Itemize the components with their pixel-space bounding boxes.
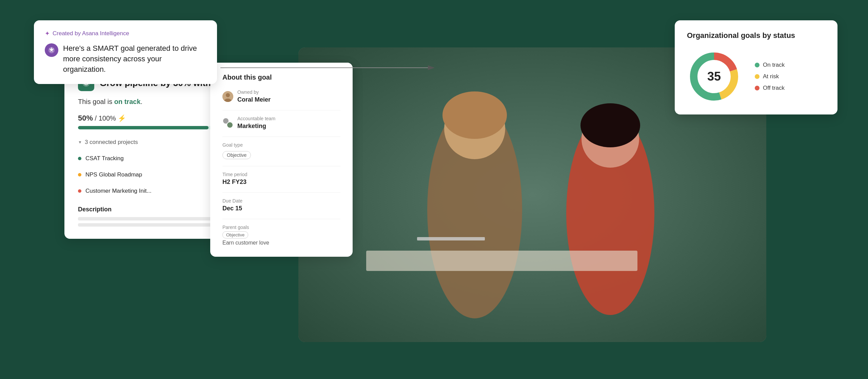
progress-separator: / 100% [95,114,116,122]
time-period-label: Time period [222,172,340,177]
about-divider-1 [222,110,340,110]
svg-point-13 [226,93,230,97]
ai-card-body-text: Here's a SMART goal generated to drive m… [63,43,206,75]
due-date-value: Dec 15 [222,205,340,212]
time-period-section: Time period H2 FY23 [222,172,340,186]
about-divider-5 [222,219,340,219]
legend-label-at-risk: At risk [763,73,779,80]
org-chart-title: Organizational goals by status [687,31,825,40]
parent-goal-name: Earn customer love [222,240,340,246]
goal-status-value: on track [114,98,141,105]
legend-dot-on-track [755,63,760,67]
goal-type-section: Goal type Objective [222,142,340,159]
legend-item-off-track: Off track [755,85,785,91]
ai-icon [45,43,58,57]
legend-dot-off-track [755,86,760,90]
org-chart-card: Organizational goals by status 35 [675,20,837,114]
parent-goals-label: Parent goals [222,225,340,230]
legend-label-on-track: On track [763,62,785,68]
legend-dot-at-risk [755,74,760,79]
goal-status-prefix: This goal is [78,98,114,105]
project-dot-2 [78,173,81,176]
legend-label-off-track: Off track [763,85,785,91]
about-panel: About this goal Owned by Coral Meier [210,63,353,257]
accountable-team-section: Accountable team Marketing [222,116,340,130]
accountable-team-info: Accountable team Marketing [237,116,275,130]
goal-type-label: Goal type [222,142,340,148]
owned-by-row: Owned by Coral Meier [222,89,340,103]
ai-card-body: Here's a SMART goal generated to drive m… [45,43,206,75]
ai-card-header: ✦ Created by Asana Intelligence [45,30,206,37]
due-date-section: Due Date Dec 15 [222,198,340,212]
team-avatar-2 [226,122,233,128]
ai-card: ✦ Created by Asana Intelligence Here's a… [34,20,217,84]
svg-point-22 [580,103,640,147]
parent-goals-section: Parent goals Objective Earn customer lov… [222,225,340,246]
sparkle-icon: ✦ [45,30,50,37]
project-dot-1 [78,157,81,160]
about-divider-3 [222,166,340,166]
about-title: About this goal [222,73,340,81]
goal-type-badge: Objective [222,151,251,159]
accountable-team-row: Accountable team Marketing [222,116,340,130]
triangle-icon: ▼ [78,140,82,145]
owned-by-label: Owned by [237,89,271,95]
team-avatar [222,118,233,128]
owner-avatar [222,91,233,102]
connected-projects-label: 3 connected projects [85,139,138,146]
about-divider-2 [222,136,340,137]
svg-rect-24 [417,237,485,240]
progress-bar-fill [78,126,209,129]
about-divider-4 [222,192,340,193]
owned-by-value: Coral Meier [237,96,271,103]
svg-point-19 [442,91,507,139]
goal-status-suffix: . [141,98,143,105]
accountable-team-value: Marketing [237,123,275,130]
ai-card-header-text: Created by Asana Intelligence [53,30,129,37]
owned-by-info: Owned by Coral Meier [237,89,271,103]
progress-icon: ⚡ [118,114,126,122]
donut-center-number: 35 [707,69,721,84]
svg-rect-23 [366,251,637,271]
chart-legend: On track At risk Off track [755,62,785,91]
legend-item-at-risk: At risk [755,73,785,80]
due-date-label: Due Date [222,198,340,204]
owned-by-section: Owned by Coral Meier [222,89,340,103]
progress-current: 50% [78,114,93,122]
legend-item-on-track: On track [755,62,785,68]
time-period-value: H2 FY23 [222,178,340,186]
parent-goal-tag: Objective [222,231,248,238]
accountable-team-label: Accountable team [237,116,275,121]
chart-area: 35 On track At risk Off track [687,49,825,104]
donut-container: 35 [687,49,741,104]
project-dot-3 [78,189,81,193]
